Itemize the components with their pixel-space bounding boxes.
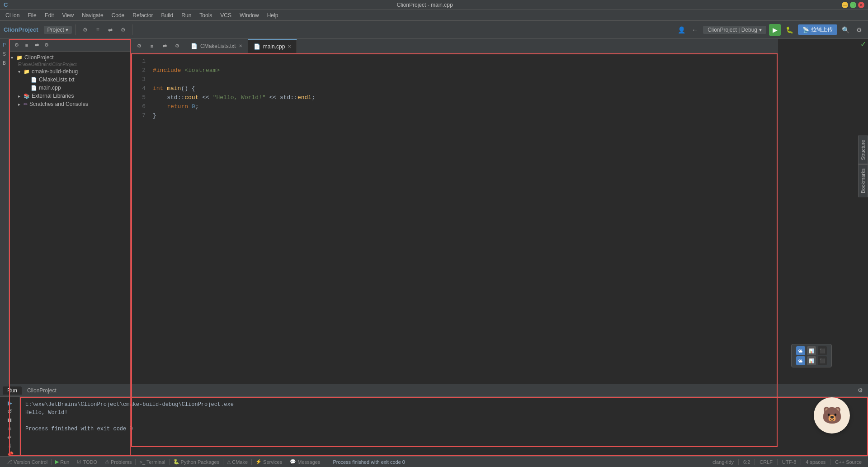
menu-tools[interactable]: Tools <box>196 11 216 19</box>
menu-navigate[interactable]: Navigate <box>78 11 107 19</box>
status-spaces[interactable]: 4 spaces <box>803 459 828 465</box>
line-sep-label: CRLF <box>760 459 773 465</box>
menu-run[interactable]: Run <box>178 11 195 19</box>
status-line-sep[interactable]: CRLF <box>757 459 775 465</box>
tab-maincpp[interactable]: 📄 main.cpp ✕ <box>248 39 297 53</box>
structure-toggle[interactable]: S <box>0 50 9 58</box>
menu-vcs[interactable]: VCS <box>217 11 235 19</box>
toolbar-btn-2[interactable]: ≡ <box>92 24 103 35</box>
maximize-button[interactable]: □ <box>850 2 856 8</box>
project-sort-icon[interactable]: ≡ <box>23 41 31 49</box>
services-icon: ⚡ <box>255 459 262 465</box>
structure-panel-tab[interactable]: Structure <box>858 136 868 164</box>
back-button[interactable]: ← <box>689 24 700 35</box>
run-rerun-btn[interactable]: ↺ <box>5 408 15 415</box>
folder-icon: 📁 <box>16 55 23 61</box>
scratch-icon: ✏ <box>24 101 28 107</box>
menu-build[interactable]: Build <box>158 11 177 19</box>
tree-cmakelists[interactable]: ▸ 📄 CMakeLists.txt <box>9 76 131 84</box>
project-gear-icon[interactable]: ⚙ <box>42 41 51 49</box>
menu-refactor[interactable]: Refactor <box>129 11 156 19</box>
status-sep-r4 <box>801 459 801 465</box>
run-pin-btn[interactable]: 📌 <box>5 451 15 456</box>
run-wrap-btn[interactable]: ↵ <box>5 434 15 441</box>
toolbar-right: 👤 ← ClionProject | Debug ▾ ▶ 🐛 📡 拉绳上传 🔍 … <box>676 24 864 36</box>
status-terminal[interactable]: >_ Terminal <box>137 459 168 465</box>
project-panel-toggle[interactable]: P <box>0 41 9 49</box>
python-icon: 🐍 <box>173 459 179 465</box>
status-python-packages[interactable]: 🐍 Python Packages <box>170 459 222 465</box>
bookmarks-panel-tab[interactable]: Bookmarks <box>858 164 868 197</box>
cpp-file-icon: 📄 <box>31 85 37 91</box>
status-problems[interactable]: ⚠ Problems <box>102 459 134 465</box>
editor-gear-icon[interactable]: ⚙ <box>172 41 183 52</box>
editor-sort-icon[interactable]: ≡ <box>146 41 157 52</box>
status-version-control[interactable]: ⎇ Version Control <box>4 459 50 465</box>
editor-settings-icon[interactable]: ⚙ <box>134 41 145 52</box>
tree-scratches-label: Scratches and Consoles <box>29 101 88 107</box>
tree-maincpp[interactable]: ▸ 📄 main.cpp <box>9 84 131 92</box>
status-encoding[interactable]: UTF-8 <box>779 459 799 465</box>
tab-cmakelists[interactable]: 📄 CMakeLists.txt ✕ <box>185 39 248 53</box>
toolbar-separator-1 <box>75 24 76 35</box>
profile-icon[interactable]: 👤 <box>676 24 687 35</box>
menu-window[interactable]: Window <box>236 11 263 19</box>
status-linter[interactable]: clang-tidy <box>710 459 736 465</box>
run-play-btn[interactable]: ▶ <box>5 400 15 406</box>
close-button[interactable]: ✕ <box>858 2 864 8</box>
run-filter-btn[interactable]: ≡ <box>5 425 15 432</box>
editor-tab-icons: ⚙ ≡ ⇌ ⚙ <box>131 39 185 53</box>
checkmark-indicator: ✓ <box>859 39 868 49</box>
tree-maincpp-label: main.cpp <box>39 85 61 91</box>
run-configuration[interactable]: ClionProject | Debug ▾ <box>703 26 766 34</box>
cmake-icon: △ <box>227 459 231 465</box>
tree-root-clionproject[interactable]: ▾ 📁 ClionProject <box>9 53 131 62</box>
status-todo[interactable]: ☑ TODO <box>74 459 100 465</box>
menu-clion[interactable]: CLion <box>2 11 23 19</box>
status-position[interactable]: 6:2 <box>741 459 753 465</box>
run-scroll-btn[interactable]: ⬇ <box>5 443 15 449</box>
notif-row-1[interactable]: 🌥 📊 ⬛ <box>796 346 827 355</box>
status-services[interactable]: ⚡ Services <box>253 459 285 465</box>
run-button[interactable]: ▶ <box>769 24 781 36</box>
status-run[interactable]: ▶ Run <box>52 459 72 465</box>
debug-button[interactable]: 🐛 <box>783 24 795 36</box>
bookmarks-toggle[interactable]: B <box>0 59 9 67</box>
project-filter-icon[interactable]: ⇌ <box>33 41 41 49</box>
editor-split-icon[interactable]: ⇌ <box>159 41 170 52</box>
tab-maincpp-close[interactable]: ✕ <box>288 44 291 49</box>
upload-button[interactable]: 📡 拉绳上传 <box>798 24 837 35</box>
minimize-button[interactable]: — <box>842 2 848 8</box>
toolbar-btn-1[interactable]: ⚙ <box>80 24 90 35</box>
tab-cmake-icon: 📄 <box>191 43 198 49</box>
menu-code[interactable]: Code <box>108 11 128 19</box>
tree-cmake-build-debug[interactable]: ▾ 📁 cmake-build-debug <box>9 67 131 76</box>
project-dropdown[interactable]: Project ▾ <box>44 26 72 34</box>
run-stop-btn[interactable]: ⏹ <box>5 417 15 424</box>
tree-scratches[interactable]: ▸ ✏ Scratches and Consoles <box>9 100 131 108</box>
menu-edit[interactable]: Edit <box>41 11 58 19</box>
bottom-settings-icon[interactable]: ⚙ <box>855 386 865 396</box>
vcs-label: Version Control <box>14 459 47 465</box>
project-settings-icon[interactable]: ⚙ <box>13 41 21 49</box>
status-file-type[interactable]: C++ Source <box>832 459 864 465</box>
bottom-tab-run[interactable]: Run <box>3 386 22 395</box>
search-everywhere-icon[interactable]: 🔍 <box>840 24 851 35</box>
tab-cmakelists-close[interactable]: ✕ <box>239 43 242 48</box>
run-status-label: Run <box>60 459 69 465</box>
menu-view[interactable]: View <box>58 11 77 19</box>
menu-help[interactable]: Help <box>264 11 282 19</box>
status-sep-r5 <box>830 459 830 465</box>
status-messages[interactable]: 💬 Messages <box>287 459 323 465</box>
status-sep-r3 <box>777 459 778 465</box>
tree-external-libraries[interactable]: ▸ 📚 External Libraries <box>9 92 131 100</box>
bottom-tab-clionproject[interactable]: ClionProject <box>23 386 61 395</box>
menu-file[interactable]: File <box>24 11 40 19</box>
status-cmake[interactable]: △ CMake <box>224 459 250 465</box>
toolbar-btn-4[interactable]: ⚙ <box>118 24 128 35</box>
upload-icon: 📡 <box>802 27 809 33</box>
notif-row-2[interactable]: 🌥 📊 ⬛ <box>796 356 827 365</box>
settings-icon[interactable]: ⚙ <box>854 24 864 35</box>
toolbar-btn-3[interactable]: ⇌ <box>105 24 116 35</box>
problems-label: Problems <box>111 459 132 465</box>
